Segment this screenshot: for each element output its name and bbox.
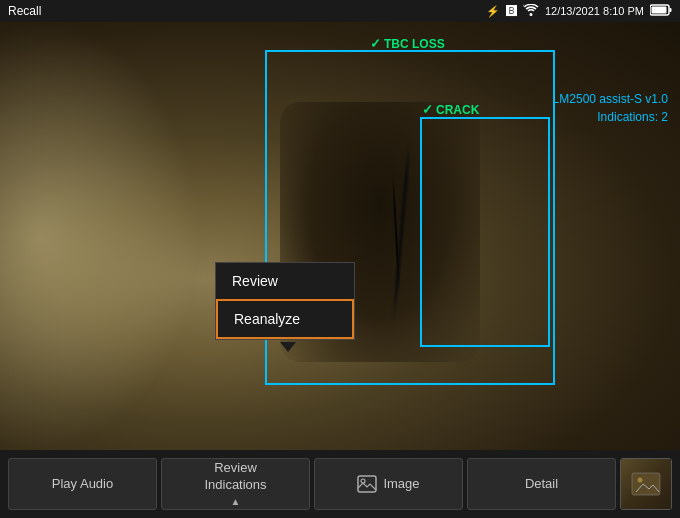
svg-point-6 [638,478,643,483]
thumbnail-preview [621,459,671,509]
activity-icon: ⚡ [486,5,500,18]
review-indications-inner: ReviewIndications ▲ [162,459,309,509]
ai-indications-count: Indications: 2 [553,108,668,126]
chevron-up-icon: ▲ [231,495,241,508]
app-title: Recall [8,4,41,18]
toolbar: Play Audio ReviewIndications ▲ Image Det… [0,450,680,518]
main-viewport: TBC LOSS CRACK LM2500 assist-S v1.0 Indi… [0,22,680,450]
thumbnail-button[interactable] [620,458,672,510]
light-reflection [0,22,200,450]
svg-rect-1 [670,8,672,12]
ai-model-name: LM2500 assist-S v1.0 [553,90,668,108]
datetime: 12/13/2021 8:10 PM [545,5,644,17]
viewport-background: TBC LOSS CRACK LM2500 assist-S v1.0 Indi… [0,22,680,450]
play-audio-label: Play Audio [52,476,113,493]
detail-button[interactable]: Detail [467,458,616,510]
tbc-loss-text: TBC LOSS [384,37,445,51]
wifi-icon [523,4,539,18]
svg-rect-2 [652,7,667,14]
label-crack: CRACK [422,102,479,117]
battery-icon [650,4,672,18]
status-bar: Recall ⚡ 🅱 12/13/2021 8:10 PM [0,0,680,22]
review-indications-label: ReviewIndications [204,460,266,494]
svg-rect-3 [358,476,376,492]
context-menu: Review Reanalyze [215,262,355,340]
bluetooth-icon: 🅱 [506,5,517,17]
image-label: Image [383,476,419,493]
ai-model-label: LM2500 assist-S v1.0 Indications: 2 [553,90,668,126]
status-right: ⚡ 🅱 12/13/2021 8:10 PM [486,4,672,18]
image-icon [357,474,377,494]
context-menu-item-reanalyze[interactable]: Reanalyze [216,299,354,339]
menu-arrow [280,342,296,352]
detail-label: Detail [525,476,558,493]
context-menu-item-review[interactable]: Review [216,263,354,299]
label-tbc-loss: TBC LOSS [370,36,445,51]
review-indications-button[interactable]: ReviewIndications ▲ [161,458,310,510]
image-button[interactable]: Image [314,458,463,510]
crack-text: CRACK [436,103,479,117]
play-audio-button[interactable]: Play Audio [8,458,157,510]
